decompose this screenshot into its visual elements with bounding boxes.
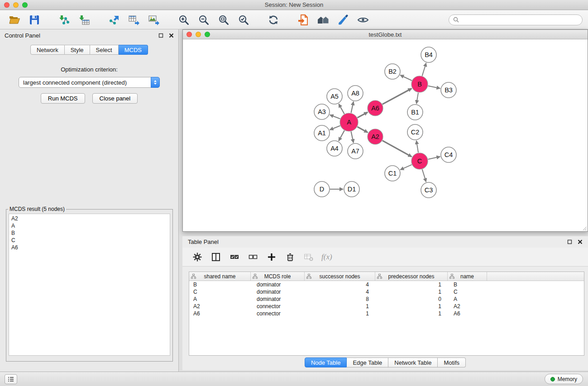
import-network-button[interactable] <box>55 12 73 28</box>
mcds-result-item[interactable]: A6 <box>10 244 168 251</box>
open-document-button[interactable] <box>294 12 312 28</box>
search-input[interactable] <box>462 17 578 23</box>
maximize-window-button[interactable] <box>22 2 28 8</box>
edge-B-B1[interactable] <box>416 93 418 104</box>
minimize-network-window-button[interactable] <box>196 32 201 37</box>
tab-network-table[interactable]: Network Table <box>388 357 438 367</box>
edge-A-A2[interactable] <box>357 127 368 133</box>
mcds-result-item[interactable]: C <box>10 237 168 244</box>
tab-style[interactable]: Style <box>65 45 90 55</box>
cell-name: A2 <box>448 303 487 310</box>
edge-A-A7[interactable] <box>351 132 354 143</box>
edge-A-A4[interactable] <box>339 130 344 141</box>
edge-C-C1[interactable] <box>400 165 411 170</box>
export-image-button[interactable] <box>145 12 163 28</box>
checked-boxes-icon <box>230 253 239 262</box>
table-panel: Table Panel <box>182 236 588 370</box>
show-column-button[interactable] <box>210 251 222 263</box>
delete-table-button[interactable] <box>303 251 315 263</box>
tab-select[interactable]: Select <box>90 45 119 55</box>
edge-C-C4[interactable] <box>428 157 440 159</box>
column-header-successor-nodes[interactable]: successor nodes <box>305 272 375 281</box>
edge-A-A5[interactable] <box>339 104 344 114</box>
run-mcds-button[interactable]: Run MCDS <box>41 93 85 104</box>
paint-style-button[interactable] <box>334 12 352 28</box>
node-label-A3: A3 <box>318 108 326 115</box>
tab-network[interactable]: Network <box>30 45 65 55</box>
float-table-panel-icon[interactable] <box>567 239 572 244</box>
export-network-button[interactable] <box>105 12 123 28</box>
column-header-predecessor-nodes[interactable]: predecessor nodes <box>375 272 448 281</box>
edge-B-B4[interactable] <box>422 63 426 76</box>
delete-row-button[interactable] <box>284 251 296 263</box>
cell-mcds_role: connector <box>251 303 305 310</box>
criterion-selected-value: largest connected component (directed) <box>23 79 127 86</box>
mcds-result-list[interactable]: A2ABCA6 <box>9 214 170 356</box>
tab-edge-table[interactable]: Edge Table <box>347 357 388 367</box>
cell-predecessors: 1 <box>375 289 448 295</box>
mcds-result-item[interactable]: B <box>10 229 168 237</box>
table-row[interactable]: A6connector11A6 <box>189 310 584 317</box>
float-panel-icon[interactable] <box>158 33 163 38</box>
table-settings-button[interactable] <box>191 251 203 263</box>
column-header-MCDS-role[interactable]: MCDS role <box>251 272 305 281</box>
select-all-button[interactable] <box>229 251 240 263</box>
mcds-result-item[interactable]: A <box>10 222 168 229</box>
zoom-fit-button[interactable] <box>215 12 233 28</box>
zoom-selected-button[interactable] <box>234 12 253 28</box>
tab-motifs[interactable]: Motifs <box>438 357 466 367</box>
edge-A6-B[interactable] <box>382 89 412 105</box>
tab-node-table[interactable]: Node Table <box>305 357 347 367</box>
search-box[interactable] <box>449 14 583 25</box>
trash-icon <box>286 253 295 262</box>
close-network-window-button[interactable] <box>186 32 192 37</box>
column-header-name[interactable]: name <box>448 272 487 281</box>
criterion-dropdown[interactable]: largest connected component (directed) <box>19 77 160 88</box>
close-table-panel-icon[interactable] <box>578 239 583 244</box>
zoom-out-button[interactable] <box>195 12 213 28</box>
table-row[interactable]: Bdominator41B <box>189 281 584 288</box>
table-row[interactable]: Adominator80A <box>189 295 584 303</box>
apply-layout-button[interactable] <box>264 12 282 28</box>
show-graphics-details-button[interactable] <box>354 12 372 28</box>
maximize-network-window-button[interactable] <box>205 32 210 37</box>
close-panel-icon[interactable] <box>169 33 174 38</box>
edge-C-C2[interactable] <box>416 141 418 152</box>
mcds-result-title: MCDS result (5 nodes) <box>8 206 66 212</box>
main-toolbar <box>0 10 588 29</box>
zoom-in-button[interactable] <box>175 12 193 28</box>
optimization-criterion-label: Optimization criterion: <box>0 66 178 73</box>
minimize-window-button[interactable] <box>13 2 19 8</box>
save-session-button[interactable] <box>25 12 43 28</box>
edge-B-B2[interactable] <box>400 75 412 81</box>
edge-A2-C[interactable] <box>382 141 412 157</box>
function-builder-button[interactable]: f(x) <box>321 253 332 262</box>
edge-A-A1[interactable] <box>330 126 340 130</box>
table-row[interactable]: A2connector11A2 <box>189 303 584 310</box>
network-window-titlebar[interactable]: testGlobe.txt <box>183 30 588 39</box>
import-table-button[interactable] <box>75 12 93 28</box>
edge-B-B3[interactable] <box>428 86 440 88</box>
export-table-button[interactable] <box>125 12 143 28</box>
add-row-button[interactable] <box>266 251 277 263</box>
mcds-result-item[interactable]: A2 <box>10 215 168 222</box>
import-table-icon <box>78 14 90 25</box>
network-canvas[interactable]: B4B2BB3A5A8A6A3B1AC2A1A2A4A7C4CC1C3DD1 <box>183 39 588 231</box>
network-overview-button[interactable] <box>314 12 332 28</box>
edge-A-A6[interactable] <box>358 112 368 118</box>
edge-C-C3[interactable] <box>422 169 426 182</box>
open-session-button[interactable] <box>5 12 24 28</box>
close-panel-button[interactable]: Close panel <box>92 93 138 104</box>
edge-A-A8[interactable] <box>351 102 354 113</box>
resize-grip-icon[interactable] <box>582 225 587 231</box>
node-label-B1: B1 <box>411 109 419 116</box>
edge-A-A3[interactable] <box>330 115 340 119</box>
task-history-button[interactable] <box>5 374 17 384</box>
close-window-button[interactable] <box>4 2 10 8</box>
column-header-shared-name[interactable]: shared name <box>189 272 251 281</box>
tab-mcds[interactable]: MCDS <box>119 45 148 55</box>
node-label-C2: C2 <box>411 129 420 136</box>
memory-button[interactable]: Memory <box>545 374 583 384</box>
unselect-all-button[interactable] <box>247 251 259 263</box>
table-row[interactable]: Cdominator41C <box>189 288 584 295</box>
